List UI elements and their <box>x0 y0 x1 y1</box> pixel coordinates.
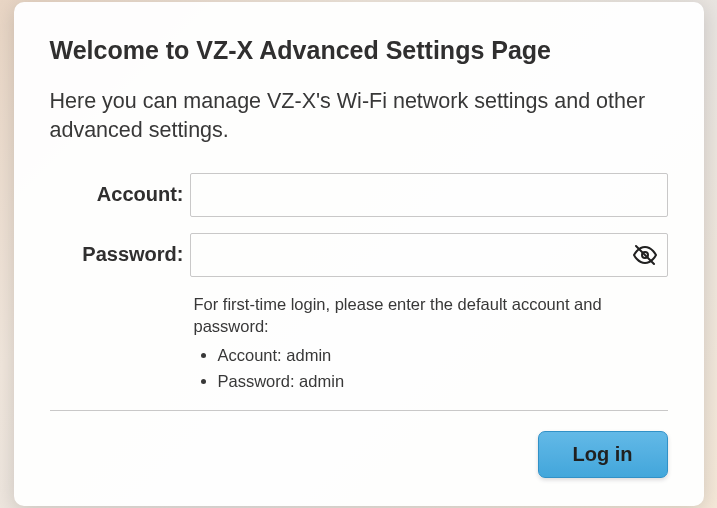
eye-off-icon[interactable] <box>632 242 658 268</box>
hint-intro: For first-time login, please enter the d… <box>194 293 668 338</box>
account-label: Account: <box>50 183 190 206</box>
password-input[interactable] <box>190 233 668 277</box>
page-title: Welcome to VZ-X Advanced Settings Page <box>50 36 668 65</box>
list-item: Account: admin <box>218 343 668 369</box>
button-row: Log in <box>50 431 668 478</box>
hint-list: Account: admin Password: admin <box>218 343 668 394</box>
login-card: Welcome to VZ-X Advanced Settings Page H… <box>14 2 704 507</box>
login-button[interactable]: Log in <box>538 431 668 478</box>
divider <box>50 410 668 411</box>
list-item: Password: admin <box>218 369 668 395</box>
account-input[interactable] <box>190 173 668 217</box>
password-row: Password: <box>50 233 668 277</box>
account-row: Account: <box>50 173 668 217</box>
password-label: Password: <box>50 243 190 266</box>
page-subtitle: Here you can manage VZ-X's Wi-Fi network… <box>50 87 668 145</box>
hint-block: For first-time login, please enter the d… <box>194 293 668 395</box>
